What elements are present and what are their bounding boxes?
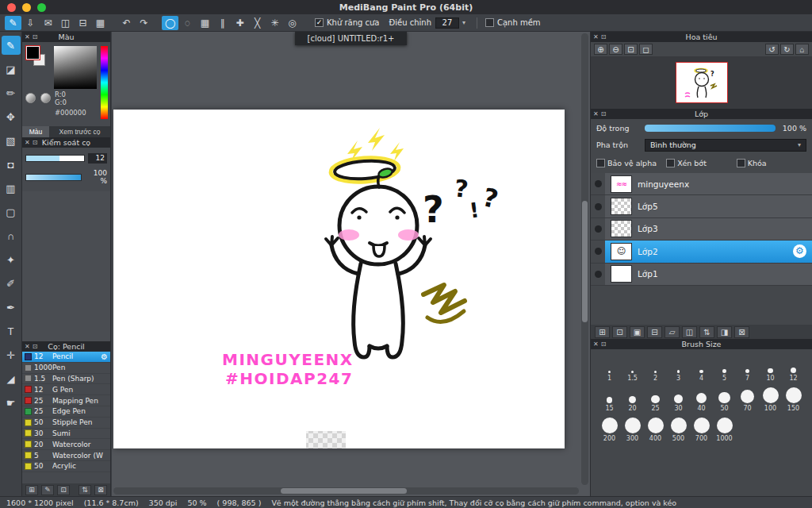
maximize-window-button[interactable] [37, 3, 46, 12]
tab-color[interactable]: Màu [22, 126, 49, 137]
brush-size-20[interactable]: 20 [621, 383, 644, 413]
layer-row-Lớp1[interactable]: Lớp1 ⚙ [591, 264, 812, 286]
blend-mode-select[interactable]: Bình thường ▾ [645, 139, 806, 152]
tool-lasso-button[interactable]: ∩ [2, 226, 21, 245]
layer-settings-button[interactable]: ▣ [630, 326, 645, 338]
snap-parallel-button[interactable]: ∥ [214, 16, 231, 30]
brush-settings-icon[interactable]: ⚙ [101, 352, 108, 361]
tool-select-eraser-button[interactable]: ✒ [2, 298, 21, 317]
rotate-right-button[interactable]: ↻ [780, 44, 794, 55]
brush-item-Edge Pen[interactable]: 25 Edge Pen ⚙ [22, 406, 110, 418]
brush-item-Watercolor (W[interactable]: 5 Watercolor (W ⚙ [22, 450, 110, 461]
actual-size-button[interactable]: ◻ [639, 44, 653, 55]
panel-layout-button[interactable]: ◫ [57, 16, 74, 30]
snap-cross-button[interactable]: ✚ [232, 16, 248, 30]
layer-visibility-toggle[interactable] [591, 218, 605, 240]
brush-size-5[interactable]: 5 [713, 353, 736, 383]
brush-size-200[interactable]: 200 [598, 414, 621, 443]
navigator-thumbnail[interactable]: ? [676, 62, 728, 103]
zoom-out-button[interactable]: ⊖ [609, 44, 622, 55]
document-tab[interactable]: [cloud] UNTITLED:r1+ [295, 32, 408, 45]
brush-size-150[interactable]: 150 [782, 383, 805, 413]
brush-size-300[interactable]: 300 [621, 414, 644, 443]
delete-brush-button[interactable]: ⊠ [94, 485, 107, 495]
brush-item-Pen[interactable]: 1000 Pen ⚙ [22, 363, 110, 374]
canvas-vertical-scrollbar[interactable] [581, 33, 588, 485]
tool-gradient-button[interactable]: ▥ [2, 179, 21, 198]
canvas-page[interactable]: ? ? ! ? MINGUYEENX #HOIDAP247 [113, 110, 565, 448]
undo-button[interactable]: ↶ [118, 16, 135, 30]
lock-checkbox[interactable]: Khóa [737, 159, 806, 167]
clipping-toggle-button[interactable]: ◫ [682, 326, 697, 338]
canvas-artwork[interactable]: ? ? ! ? MINGUYEENX #HOIDAP247 [113, 110, 565, 448]
layer-opacity-slider[interactable] [645, 125, 776, 132]
antialias-checkbox[interactable]: ✓ Khử răng cưa [315, 18, 379, 27]
layer-row-Lớp3[interactable]: Lớp3 ⚙ [591, 218, 812, 241]
tool-fill-button[interactable]: ▧ [2, 131, 21, 150]
tool-hand-button[interactable]: ☛ [2, 393, 21, 412]
clone-brush-button[interactable]: ⊡ [57, 485, 70, 495]
brush-item-Sumi[interactable]: 30 Sumi ⚙ [22, 429, 110, 440]
foreground-color-swatch[interactable] [26, 46, 40, 60]
color-wheel-button[interactable] [25, 93, 36, 103]
brush-size-500[interactable]: 500 [667, 414, 690, 443]
brush-size-1[interactable]: 1 [598, 353, 621, 383]
navigator-view[interactable]: ? [591, 56, 812, 109]
brush-item-Watercolor[interactable]: 20 Watercolor ⚙ [22, 439, 110, 450]
brush-size-25[interactable]: 25 [644, 383, 667, 413]
brush-size-value[interactable]: 12 [88, 153, 107, 164]
close-window-button[interactable] [7, 3, 16, 12]
reset-view-button[interactable]: ⌂ [795, 44, 809, 55]
redo-button[interactable]: ↷ [136, 16, 152, 30]
protect-alpha-checkbox[interactable]: Bảo vệ alpha [596, 159, 666, 167]
delete-layer-button[interactable]: ⊠ [734, 326, 749, 338]
snap-ellipse-button[interactable]: ◌ [179, 16, 196, 30]
tool-text-button[interactable]: T [2, 321, 21, 341]
brush-size-slider[interactable] [25, 155, 85, 162]
material-button[interactable]: ▦ [92, 16, 109, 30]
snap-grid-button[interactable]: ▦ [197, 16, 213, 30]
brush-size-400[interactable]: 400 [644, 414, 667, 443]
brush-size-50[interactable]: 50 [713, 383, 736, 413]
scrollbar-thumb[interactable] [582, 201, 588, 323]
tool-bucket-button[interactable]: ◘ [2, 155, 21, 174]
brush-size-15[interactable]: 15 [598, 383, 621, 413]
tool-select-pen-button[interactable]: ✐ [2, 274, 21, 293]
import-image-button[interactable]: ◨ [717, 326, 732, 338]
brush-item-Acrylic[interactable]: 50 Acrylic ⚙ [22, 461, 110, 472]
layer-row-Lớp5[interactable]: Lớp5 ⚙ [591, 195, 812, 217]
snap-x-button[interactable]: ╳ [249, 16, 266, 30]
layer-visibility-toggle[interactable] [591, 241, 605, 262]
hue-slider[interactable] [101, 46, 108, 119]
save-button[interactable]: ⇩ [22, 16, 39, 30]
brush-size-3[interactable]: 3 [667, 353, 690, 383]
brush-size-4[interactable]: 4 [690, 353, 713, 383]
brush-size-12[interactable]: 12 [782, 353, 805, 383]
snap-concentric-button[interactable]: ◎ [284, 16, 301, 30]
tool-brush-button[interactable]: ✎ [2, 36, 21, 55]
brush-size-700[interactable]: 700 [690, 414, 713, 443]
fit-screen-button[interactable]: ⊡ [624, 44, 638, 55]
brush-size-1.5[interactable]: 1.5 [621, 353, 644, 383]
brush-item-Stipple Pen[interactable]: 50 Stipple Pen ⚙ [22, 418, 110, 429]
adjust-dropdown-icon[interactable]: ▾ [459, 19, 469, 26]
add-layer-button[interactable]: ⊞ [595, 326, 610, 338]
tool-operation-button[interactable]: ✛ [2, 345, 21, 364]
clipping-checkbox[interactable]: Xén bớt [666, 159, 736, 167]
rotate-left-button[interactable]: ↺ [765, 44, 779, 55]
tool-select-button[interactable]: ▢ [2, 202, 21, 221]
brush-mode-button[interactable]: ✎ [5, 16, 21, 30]
minimize-window-button[interactable] [22, 3, 31, 12]
tool-eyedropper-button[interactable]: ◢ [2, 369, 21, 388]
brush-item-Pen (Sharp)[interactable]: 1.5 Pen (Sharp) ⚙ [22, 374, 110, 385]
layer-row-minguyeenx[interactable]: minguyeenx ⚙ [591, 173, 812, 195]
edit-brush-button[interactable]: ✎ [41, 485, 54, 495]
merge-down-button[interactable]: ⊟ [647, 326, 662, 338]
add-folder-button[interactable]: ▱ [665, 326, 680, 338]
comment-button[interactable]: ✉ [40, 16, 56, 30]
brush-opacity-slider[interactable] [25, 174, 82, 181]
layer-visibility-toggle[interactable] [591, 264, 605, 285]
layer-visibility-toggle[interactable] [591, 195, 605, 217]
sort-brush-button[interactable]: ⇅ [79, 485, 91, 495]
add-brush-button[interactable]: ⊞ [25, 485, 38, 495]
